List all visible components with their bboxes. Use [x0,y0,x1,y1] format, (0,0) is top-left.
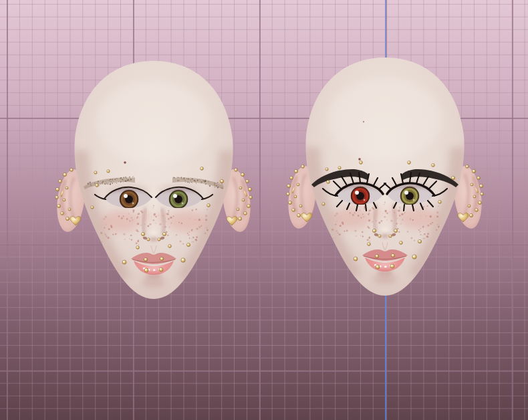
freckle [426,216,427,217]
gold-stud [160,257,163,260]
freckle [105,216,107,218]
freckle [178,221,180,223]
freckle [121,217,123,219]
stud-sparkle [481,193,483,194]
freckle [422,237,424,239]
freckle [336,221,338,222]
stud-sparkle [61,212,63,213]
brow-speckle [90,183,90,184]
freckle [333,238,334,239]
gold-stud [59,180,62,183]
brow-speckle [188,182,190,183]
brow-speckle [216,185,217,187]
freckle [155,223,156,224]
freckle [339,233,341,235]
freckle [419,231,420,232]
gold-stud [70,169,74,172]
stud-sparkle [295,196,295,197]
freckle [364,208,365,209]
freckle [176,234,177,235]
freckle [118,215,120,217]
freckle [337,232,338,233]
freckle [420,215,421,217]
brow-speckle [126,178,127,179]
freckle [188,234,189,235]
freckle [169,226,171,228]
brow-speckle [108,184,109,185]
freckle [410,218,412,220]
stud-sparkle [163,233,164,234]
brow-speckle [123,177,124,178]
mole [358,158,361,161]
brow-speckle [192,183,193,183]
freckle [123,215,124,217]
freckle [432,222,433,223]
gold-stud [65,187,68,189]
freckle [367,226,369,228]
brow-speckle [221,185,221,185]
stud-sparkle [473,170,474,171]
freckle [151,216,152,217]
gold-stud [301,165,305,169]
stud-sparkle [287,193,289,194]
stud-sparkle [245,212,246,213]
freckle [399,207,401,209]
stud-sparkle [439,201,440,202]
freckle [191,238,192,239]
freckle [396,217,398,219]
brow-speckle [127,179,128,181]
freckle [206,227,208,229]
freckle [153,205,154,207]
stud-sparkle [187,243,188,245]
brow-speckle [132,178,133,179]
freckle [191,229,193,231]
stud-sparkle [478,177,479,178]
stud-sparkle [394,229,396,231]
freckle [362,231,364,233]
freckle [412,219,414,221]
freckle [344,230,345,231]
freckle [334,215,336,217]
gold-stud [372,229,376,232]
moles [124,161,126,164]
freckle [420,234,422,235]
brow-speckle [179,177,180,178]
stud-sparkle [123,261,124,262]
gold-stud [57,204,60,207]
brow-speckle [122,179,123,180]
freckle [138,214,139,215]
freckle [418,229,420,231]
brow-speckle [130,179,132,180]
freckle [358,215,359,216]
stud-sparkle [95,172,96,173]
brow-speckle [91,185,92,185]
viewport-3d[interactable] [0,0,528,420]
gold-stud [466,165,469,169]
freckle [140,224,142,225]
stud-sparkle [243,199,243,200]
freckle [168,211,169,213]
head-right[interactable] [285,47,485,314]
freckle [162,215,164,217]
stud-sparkle [400,241,402,243]
brow-speckle [214,183,215,184]
freckle [137,223,139,225]
stud-sparkle [69,209,70,209]
stud-sparkle [208,204,209,205]
head-left[interactable] [53,50,254,318]
stud-sparkle [379,235,380,236]
stud-sparkle [408,161,410,163]
freckle [199,226,201,228]
freckle [104,227,105,229]
gold-stud [61,212,64,215]
freckle [131,239,132,240]
stud-sparkle [413,255,414,257]
gold-stud [408,161,411,165]
stud-sparkle [137,246,138,247]
freckle [396,223,398,225]
stud-sparkle [240,187,241,188]
gold-stud [389,235,392,237]
stud-sparkle [237,209,238,209]
stud-sparkle [250,196,251,197]
brow-speckle [110,183,111,183]
